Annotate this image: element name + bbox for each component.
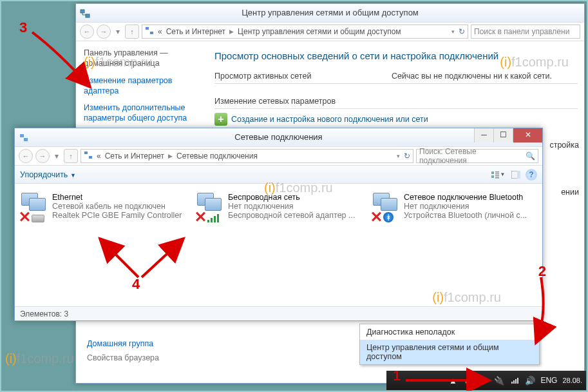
tray-app-icon[interactable]: ◐	[463, 375, 473, 386]
maximize-button[interactable]: ☐	[493, 128, 513, 142]
truncated-text: стройка	[549, 141, 579, 150]
network-center-icon	[145, 26, 154, 37]
refresh-icon[interactable]: ↻	[404, 152, 410, 161]
up-button[interactable]: ↑	[125, 24, 139, 39]
chevron-right-icon: ▶	[229, 28, 234, 35]
tray-up-icon[interactable]: ▲	[448, 375, 458, 386]
preview-pane-icon[interactable]	[507, 168, 524, 182]
connection-wireless[interactable]: Беспроводная сеть Нет подключения Беспро…	[197, 193, 360, 220]
connections-area: Ethernet Сетевой кабель не подключен Rea…	[15, 184, 542, 229]
menu-diagnose[interactable]: Диагностика неполадок	[360, 324, 539, 340]
svg-rect-10	[495, 173, 499, 175]
breadcrumb[interactable]: Сеть и Интернет	[166, 27, 225, 36]
connection-status: Нет подключения	[404, 202, 527, 211]
error-x-icon	[194, 211, 206, 222]
change-adapter-settings-link[interactable]: Изменение параметров адаптера	[84, 75, 200, 97]
window-network-connections: Сетевые подключения ─ ☐ ✕ ← → ▾ ↑ « Сеть…	[14, 128, 543, 321]
status-bar: Элементов: 3	[15, 306, 542, 320]
recent-dropdown[interactable]: ▾	[113, 27, 122, 36]
svg-rect-7	[89, 156, 92, 159]
advanced-sharing-settings-link[interactable]: Изменить дополнительные параметры общего…	[84, 103, 200, 124]
new-connection-icon	[214, 113, 227, 126]
ethernet-adapter-icon	[32, 215, 44, 222]
nav-row: ← → ▾ ↑ « Сеть и Интернет ▶ Сетевые подк…	[15, 146, 542, 166]
svg-rect-13	[495, 177, 499, 179]
connection-ethernet[interactable]: Ethernet Сетевой кабель не подключен Rea…	[21, 193, 184, 220]
connection-bluetooth[interactable]: ᚼ Сетевое подключение Bluetooth Нет подк…	[373, 193, 536, 220]
address-bar[interactable]: « Сеть и Интернет ▶ Центр управления сет…	[142, 24, 468, 39]
browser-properties-link[interactable]: Свойства браузера	[87, 353, 159, 362]
svg-rect-3	[150, 32, 153, 34]
svg-rect-8	[491, 172, 494, 174]
minimize-button[interactable]: ─	[474, 128, 493, 142]
organize-button[interactable]: Упорядочить ▼	[20, 170, 76, 179]
error-x-icon	[370, 211, 382, 222]
divider	[214, 108, 578, 109]
forward-button[interactable]: →	[97, 24, 111, 39]
svg-rect-15	[517, 171, 520, 179]
svg-rect-6	[84, 152, 88, 154]
wifi-bars-icon	[207, 215, 220, 222]
new-connection-link[interactable]: Создание и настройка нового подключения …	[231, 115, 428, 124]
connection-device: Устройства Bluetooth (личной с...	[404, 211, 527, 220]
window-title: Сетевые подключения	[234, 132, 322, 142]
section-header: Изменение сетевых параметров	[214, 97, 578, 106]
svg-rect-4	[20, 134, 24, 137]
back-button[interactable]: ←	[19, 149, 33, 163]
see-also-panel: Домашняя группа Свойства браузера	[87, 339, 159, 368]
up-button[interactable]: ↑	[64, 149, 78, 163]
connection-device: Беспроводной сетевой адаптер ...	[228, 211, 355, 220]
forward-button[interactable]: →	[35, 149, 50, 163]
truncated-text: ении	[561, 188, 579, 197]
network-connections-icon	[84, 151, 93, 162]
tray-language[interactable]: ENG	[540, 376, 557, 385]
refresh-icon[interactable]: ↻	[459, 27, 465, 36]
search-input[interactable]: Поиск: Сетевые подключения 🔍	[416, 149, 538, 163]
close-button[interactable]: ✕	[513, 128, 542, 142]
breadcrumb[interactable]: Центр управления сетями и общим доступом	[238, 27, 401, 36]
back-button[interactable]: ←	[80, 24, 94, 39]
tray-power-icon[interactable]: 🔌	[494, 375, 504, 386]
homegroup-link[interactable]: Домашняя группа	[87, 339, 159, 348]
view-dropdown-icon[interactable]: ▼	[489, 168, 506, 182]
address-bar[interactable]: « Сеть и Интернет ▶ Сетевые подключения …	[81, 149, 413, 163]
connection-device: Realtek PCIe GBE Family Controller	[52, 211, 182, 220]
search-input[interactable]: Поиск в панели управлени	[471, 24, 580, 39]
tray-network-icon[interactable]	[509, 375, 520, 386]
page-heading: Просмотр основных сведений о сети и наст…	[214, 50, 578, 61]
tray-context-menu: Диагностика неполадок Центр управления с…	[359, 324, 540, 365]
help-icon[interactable]: ?	[526, 169, 537, 181]
nav-row: ← → ▾ ↑ « Сеть и Интернет ▶ Центр управл…	[76, 22, 584, 41]
tray-volume-icon[interactable]: 🔊	[525, 375, 535, 386]
section-header: Просмотр активных сетей Сейчас вы не под…	[214, 72, 578, 81]
connection-name: Сетевое подключение Bluetooth	[404, 193, 527, 202]
svg-rect-11	[491, 175, 494, 178]
svg-rect-5	[24, 138, 28, 141]
annotation-number: 2	[538, 263, 546, 280]
network-center-icon	[80, 7, 90, 17]
window-titlebar: Сетевые подключения ─ ☐ ✕	[15, 128, 542, 146]
annotation-number: 4	[132, 276, 140, 293]
tray-action-center-icon[interactable]: ⚑	[479, 375, 489, 386]
svg-rect-12	[495, 175, 499, 177]
chevron-down-icon[interactable]: ▾	[397, 153, 400, 159]
item-count: Элементов: 3	[20, 309, 68, 318]
bluetooth-icon: ᚼ	[383, 212, 394, 222]
breadcrumb[interactable]: Сеть и Интернет	[105, 152, 164, 161]
window-title: Центр управления сетями и общим доступом	[242, 8, 419, 17]
chevron-down-icon[interactable]: ▾	[451, 28, 455, 35]
annotation-number: 3	[19, 19, 27, 36]
toolbar: Упорядочить ▼ ▼ ?	[15, 166, 542, 184]
menu-network-center[interactable]: Центр управления сетями и общим доступом	[360, 340, 539, 364]
recent-dropdown[interactable]: ▾	[52, 152, 61, 161]
search-icon: 🔍	[526, 152, 535, 161]
tray-clock[interactable]: 28.08.	[562, 377, 582, 384]
connection-name: Беспроводная сеть	[228, 193, 355, 202]
network-connections-icon	[19, 132, 29, 150]
window-titlebar: Центр управления сетями и общим доступом	[76, 4, 584, 22]
connection-status: Нет подключения	[228, 202, 355, 211]
svg-rect-9	[495, 172, 499, 173]
connection-name: Ethernet	[52, 193, 182, 202]
breadcrumb[interactable]: Сетевые подключения	[176, 152, 258, 161]
control-panel-home-link[interactable]: Панель управления — домашняя страница	[84, 48, 200, 69]
